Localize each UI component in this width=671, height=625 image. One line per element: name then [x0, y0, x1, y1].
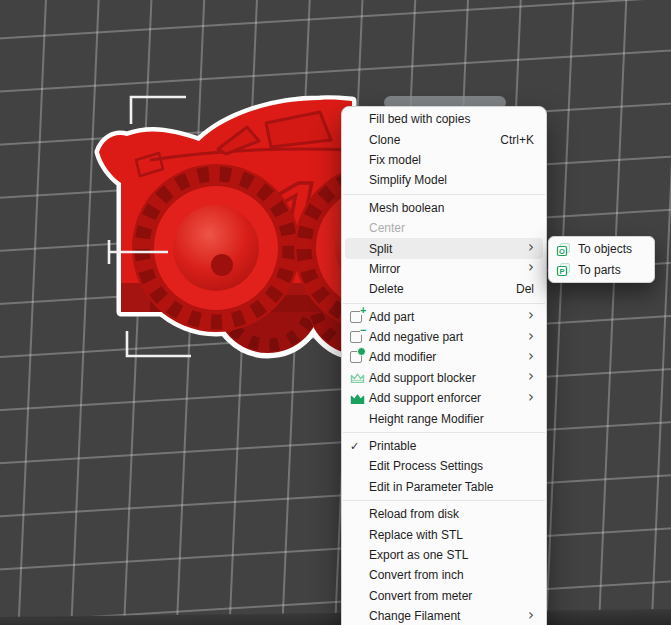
- context-menu: Fill bed with copiesCloneCtrl+KFix model…: [341, 106, 547, 625]
- menu-item-label: Replace with STL: [369, 528, 534, 542]
- menu-item-label: Mesh boolean: [369, 201, 534, 215]
- menu-item-label: Center: [369, 221, 534, 235]
- menu-item-convert-from-inch[interactable]: Convert from inch: [342, 565, 546, 585]
- menu-item-add-modifier[interactable]: Add modifier›: [342, 347, 546, 367]
- add-negative-part-icon: −: [350, 331, 369, 343]
- menu-item-mesh-boolean[interactable]: Mesh boolean: [342, 198, 546, 218]
- menu-item-label: Add modifier: [369, 350, 518, 364]
- support-blocker-icon: [350, 371, 369, 384]
- menu-item-label: Delete: [369, 282, 506, 296]
- submenu-arrow-icon: ›: [528, 369, 534, 384]
- support-enforcer-icon: [350, 392, 369, 405]
- menu-item-label: To parts: [578, 263, 644, 277]
- menu-item-label: Add support enforcer: [369, 391, 518, 405]
- menu-item-split[interactable]: Split›: [345, 238, 543, 258]
- add-part-icon: +: [350, 311, 369, 323]
- menu-item-edit-process-settings[interactable]: Edit Process Settings: [342, 456, 546, 476]
- menu-item-add-support-blocker[interactable]: Add support blocker›: [342, 368, 546, 388]
- menu-item-label: Printable: [369, 439, 534, 453]
- split-to-objects-icon: O: [556, 242, 578, 257]
- menu-item-add-support-enforcer[interactable]: Add support enforcer›: [342, 388, 546, 408]
- menu-item-label: Mirror: [369, 262, 518, 276]
- menu-item-to-objects[interactable]: OTo objects: [549, 239, 654, 260]
- menu-item-add-negative-part[interactable]: −Add negative part›: [342, 327, 546, 347]
- menu-item-change-filament[interactable]: Change Filament›: [342, 606, 546, 625]
- menu-separator: [343, 432, 545, 433]
- add-modifier-icon: [350, 351, 369, 363]
- menu-item-label: Add part: [369, 310, 518, 324]
- menu-item-label: Fix model: [369, 153, 534, 167]
- menu-item-label: Edit in Parameter Table: [369, 480, 534, 494]
- menu-item-label: Change Filament: [369, 609, 518, 623]
- menu-item-label: To objects: [578, 242, 644, 256]
- svg-text:P: P: [559, 267, 564, 276]
- menu-item-label: Fill bed with copies: [369, 112, 534, 126]
- menu-item-mirror[interactable]: Mirror›: [342, 259, 546, 279]
- menu-item-label: Simplify Model: [369, 173, 534, 187]
- submenu-arrow-icon: ›: [528, 608, 534, 623]
- menu-item-height-range-modifier[interactable]: Height range Modifier: [342, 408, 546, 428]
- submenu-arrow-icon: ›: [528, 390, 534, 405]
- menu-item-label: Add negative part: [369, 330, 518, 344]
- svg-text:O: O: [559, 246, 565, 255]
- menu-item-edit-in-parameter-table[interactable]: Edit in Parameter Table: [342, 477, 546, 497]
- submenu-arrow-icon: ›: [528, 329, 534, 344]
- menu-item-delete[interactable]: DeleteDel: [342, 279, 546, 299]
- menu-separator: [343, 500, 545, 501]
- menu-item-label: Add support blocker: [369, 371, 518, 385]
- split-submenu: OTo objectsPTo parts: [548, 236, 655, 283]
- check-icon: ✓: [350, 440, 369, 453]
- shortcut-label: Del: [516, 282, 534, 296]
- menu-item-simplify-model[interactable]: Simplify Model: [342, 170, 546, 190]
- menu-item-clone[interactable]: CloneCtrl+K: [342, 129, 546, 149]
- menu-item-replace-with-stl[interactable]: Replace with STL: [342, 524, 546, 544]
- menu-item-label: Convert from inch: [369, 568, 534, 582]
- menu-item-add-part[interactable]: +Add part›: [342, 307, 546, 327]
- menu-item-label: Split: [369, 242, 518, 256]
- slicer-3d-viewport[interactable]: 1 Fill bed with copiesCloneCtrl+KFix mod…: [0, 0, 671, 625]
- menu-item-label: Edit Process Settings: [369, 459, 534, 473]
- menu-item-reload-from-disk[interactable]: Reload from disk: [342, 504, 546, 524]
- submenu-arrow-icon: ›: [528, 308, 534, 323]
- menu-item-label: Reload from disk: [369, 507, 534, 521]
- submenu-arrow-icon: ›: [528, 260, 534, 275]
- model-red-truck[interactable]: 1: [0, 0, 671, 625]
- menu-item-to-parts[interactable]: PTo parts: [549, 260, 654, 281]
- menu-item-fill-bed-with-copies[interactable]: Fill bed with copies: [342, 109, 546, 129]
- menu-item-center: Center: [342, 218, 546, 238]
- menu-item-label: Export as one STL: [369, 548, 534, 562]
- submenu-arrow-icon: ›: [528, 240, 534, 255]
- shortcut-label: Ctrl+K: [500, 133, 534, 147]
- menu-item-label: Clone: [369, 133, 490, 147]
- menu-separator: [343, 303, 545, 304]
- submenu-arrow-icon: ›: [528, 349, 534, 364]
- model-rear-wheel: [132, 164, 300, 332]
- menu-item-label: Convert from meter: [369, 589, 534, 603]
- split-to-parts-icon: P: [556, 262, 578, 277]
- menu-item-printable[interactable]: ✓Printable: [342, 436, 546, 456]
- menu-item-fix-model[interactable]: Fix model: [342, 150, 546, 170]
- menu-item-convert-from-meter[interactable]: Convert from meter: [342, 586, 546, 606]
- menu-item-label: Height range Modifier: [369, 412, 534, 426]
- menu-item-export-as-one-stl[interactable]: Export as one STL: [342, 545, 546, 565]
- menu-separator: [343, 194, 545, 195]
